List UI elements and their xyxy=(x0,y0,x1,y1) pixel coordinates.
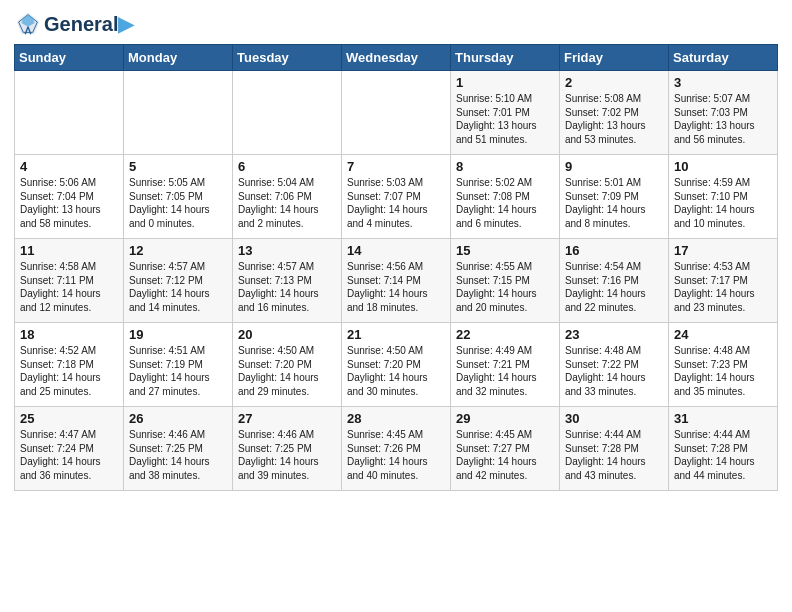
calendar-cell: 20Sunrise: 4:50 AM Sunset: 7:20 PM Dayli… xyxy=(233,323,342,407)
page-container: General▶ SundayMondayTuesdayWednesdayThu… xyxy=(0,0,792,501)
calendar-week-3: 11Sunrise: 4:58 AM Sunset: 7:11 PM Dayli… xyxy=(15,239,778,323)
calendar-cell: 28Sunrise: 4:45 AM Sunset: 7:26 PM Dayli… xyxy=(342,407,451,491)
calendar-cell xyxy=(124,71,233,155)
weekday-header-wednesday: Wednesday xyxy=(342,45,451,71)
calendar-cell: 27Sunrise: 4:46 AM Sunset: 7:25 PM Dayli… xyxy=(233,407,342,491)
calendar-cell: 14Sunrise: 4:56 AM Sunset: 7:14 PM Dayli… xyxy=(342,239,451,323)
calendar-cell: 11Sunrise: 4:58 AM Sunset: 7:11 PM Dayli… xyxy=(15,239,124,323)
cell-content: Sunrise: 4:58 AM Sunset: 7:11 PM Dayligh… xyxy=(20,260,118,314)
cell-content: Sunrise: 4:45 AM Sunset: 7:27 PM Dayligh… xyxy=(456,428,554,482)
calendar-cell: 13Sunrise: 4:57 AM Sunset: 7:13 PM Dayli… xyxy=(233,239,342,323)
calendar-cell: 2Sunrise: 5:08 AM Sunset: 7:02 PM Daylig… xyxy=(560,71,669,155)
day-number: 30 xyxy=(565,411,663,426)
day-number: 25 xyxy=(20,411,118,426)
calendar-cell xyxy=(233,71,342,155)
day-number: 24 xyxy=(674,327,772,342)
calendar-cell: 22Sunrise: 4:49 AM Sunset: 7:21 PM Dayli… xyxy=(451,323,560,407)
cell-content: Sunrise: 5:04 AM Sunset: 7:06 PM Dayligh… xyxy=(238,176,336,230)
cell-content: Sunrise: 4:52 AM Sunset: 7:18 PM Dayligh… xyxy=(20,344,118,398)
calendar-cell: 26Sunrise: 4:46 AM Sunset: 7:25 PM Dayli… xyxy=(124,407,233,491)
cell-content: Sunrise: 4:55 AM Sunset: 7:15 PM Dayligh… xyxy=(456,260,554,314)
logo-icon xyxy=(14,10,42,38)
calendar-table: SundayMondayTuesdayWednesdayThursdayFrid… xyxy=(14,44,778,491)
cell-content: Sunrise: 4:44 AM Sunset: 7:28 PM Dayligh… xyxy=(565,428,663,482)
day-number: 22 xyxy=(456,327,554,342)
cell-content: Sunrise: 5:05 AM Sunset: 7:05 PM Dayligh… xyxy=(129,176,227,230)
day-number: 1 xyxy=(456,75,554,90)
cell-content: Sunrise: 4:46 AM Sunset: 7:25 PM Dayligh… xyxy=(129,428,227,482)
day-number: 26 xyxy=(129,411,227,426)
calendar-cell: 7Sunrise: 5:03 AM Sunset: 7:07 PM Daylig… xyxy=(342,155,451,239)
day-number: 3 xyxy=(674,75,772,90)
calendar-cell: 3Sunrise: 5:07 AM Sunset: 7:03 PM Daylig… xyxy=(669,71,778,155)
cell-content: Sunrise: 4:57 AM Sunset: 7:13 PM Dayligh… xyxy=(238,260,336,314)
calendar-cell: 25Sunrise: 4:47 AM Sunset: 7:24 PM Dayli… xyxy=(15,407,124,491)
cell-content: Sunrise: 4:50 AM Sunset: 7:20 PM Dayligh… xyxy=(347,344,445,398)
weekday-header-tuesday: Tuesday xyxy=(233,45,342,71)
day-number: 4 xyxy=(20,159,118,174)
cell-content: Sunrise: 4:50 AM Sunset: 7:20 PM Dayligh… xyxy=(238,344,336,398)
cell-content: Sunrise: 4:49 AM Sunset: 7:21 PM Dayligh… xyxy=(456,344,554,398)
logo-text: General▶ xyxy=(44,13,133,35)
cell-content: Sunrise: 4:51 AM Sunset: 7:19 PM Dayligh… xyxy=(129,344,227,398)
cell-content: Sunrise: 4:47 AM Sunset: 7:24 PM Dayligh… xyxy=(20,428,118,482)
cell-content: Sunrise: 4:57 AM Sunset: 7:12 PM Dayligh… xyxy=(129,260,227,314)
day-number: 18 xyxy=(20,327,118,342)
calendar-week-1: 1Sunrise: 5:10 AM Sunset: 7:01 PM Daylig… xyxy=(15,71,778,155)
day-number: 16 xyxy=(565,243,663,258)
day-number: 6 xyxy=(238,159,336,174)
day-number: 8 xyxy=(456,159,554,174)
calendar-cell: 6Sunrise: 5:04 AM Sunset: 7:06 PM Daylig… xyxy=(233,155,342,239)
day-number: 29 xyxy=(456,411,554,426)
day-number: 20 xyxy=(238,327,336,342)
calendar-cell: 5Sunrise: 5:05 AM Sunset: 7:05 PM Daylig… xyxy=(124,155,233,239)
calendar-cell: 17Sunrise: 4:53 AM Sunset: 7:17 PM Dayli… xyxy=(669,239,778,323)
day-number: 12 xyxy=(129,243,227,258)
day-number: 28 xyxy=(347,411,445,426)
calendar-week-4: 18Sunrise: 4:52 AM Sunset: 7:18 PM Dayli… xyxy=(15,323,778,407)
calendar-cell: 1Sunrise: 5:10 AM Sunset: 7:01 PM Daylig… xyxy=(451,71,560,155)
day-number: 21 xyxy=(347,327,445,342)
cell-content: Sunrise: 5:02 AM Sunset: 7:08 PM Dayligh… xyxy=(456,176,554,230)
day-number: 10 xyxy=(674,159,772,174)
day-number: 5 xyxy=(129,159,227,174)
day-number: 19 xyxy=(129,327,227,342)
cell-content: Sunrise: 4:48 AM Sunset: 7:23 PM Dayligh… xyxy=(674,344,772,398)
cell-content: Sunrise: 4:44 AM Sunset: 7:28 PM Dayligh… xyxy=(674,428,772,482)
calendar-cell: 10Sunrise: 4:59 AM Sunset: 7:10 PM Dayli… xyxy=(669,155,778,239)
cell-content: Sunrise: 4:48 AM Sunset: 7:22 PM Dayligh… xyxy=(565,344,663,398)
day-number: 14 xyxy=(347,243,445,258)
cell-content: Sunrise: 4:59 AM Sunset: 7:10 PM Dayligh… xyxy=(674,176,772,230)
cell-content: Sunrise: 4:54 AM Sunset: 7:16 PM Dayligh… xyxy=(565,260,663,314)
calendar-cell xyxy=(15,71,124,155)
day-number: 31 xyxy=(674,411,772,426)
header: General▶ xyxy=(14,10,778,38)
calendar-cell: 12Sunrise: 4:57 AM Sunset: 7:12 PM Dayli… xyxy=(124,239,233,323)
weekday-header-saturday: Saturday xyxy=(669,45,778,71)
weekday-header-thursday: Thursday xyxy=(451,45,560,71)
calendar-cell: 21Sunrise: 4:50 AM Sunset: 7:20 PM Dayli… xyxy=(342,323,451,407)
cell-content: Sunrise: 4:53 AM Sunset: 7:17 PM Dayligh… xyxy=(674,260,772,314)
calendar-cell: 4Sunrise: 5:06 AM Sunset: 7:04 PM Daylig… xyxy=(15,155,124,239)
cell-content: Sunrise: 5:08 AM Sunset: 7:02 PM Dayligh… xyxy=(565,92,663,146)
cell-content: Sunrise: 5:10 AM Sunset: 7:01 PM Dayligh… xyxy=(456,92,554,146)
weekday-header-row: SundayMondayTuesdayWednesdayThursdayFrid… xyxy=(15,45,778,71)
cell-content: Sunrise: 5:06 AM Sunset: 7:04 PM Dayligh… xyxy=(20,176,118,230)
calendar-cell: 15Sunrise: 4:55 AM Sunset: 7:15 PM Dayli… xyxy=(451,239,560,323)
day-number: 23 xyxy=(565,327,663,342)
calendar-cell xyxy=(342,71,451,155)
day-number: 17 xyxy=(674,243,772,258)
calendar-cell: 23Sunrise: 4:48 AM Sunset: 7:22 PM Dayli… xyxy=(560,323,669,407)
calendar-cell: 19Sunrise: 4:51 AM Sunset: 7:19 PM Dayli… xyxy=(124,323,233,407)
calendar-cell: 8Sunrise: 5:02 AM Sunset: 7:08 PM Daylig… xyxy=(451,155,560,239)
cell-content: Sunrise: 4:56 AM Sunset: 7:14 PM Dayligh… xyxy=(347,260,445,314)
logo: General▶ xyxy=(14,10,133,38)
calendar-week-2: 4Sunrise: 5:06 AM Sunset: 7:04 PM Daylig… xyxy=(15,155,778,239)
calendar-cell: 24Sunrise: 4:48 AM Sunset: 7:23 PM Dayli… xyxy=(669,323,778,407)
day-number: 13 xyxy=(238,243,336,258)
cell-content: Sunrise: 5:01 AM Sunset: 7:09 PM Dayligh… xyxy=(565,176,663,230)
calendar-cell: 31Sunrise: 4:44 AM Sunset: 7:28 PM Dayli… xyxy=(669,407,778,491)
cell-content: Sunrise: 5:07 AM Sunset: 7:03 PM Dayligh… xyxy=(674,92,772,146)
calendar-cell: 16Sunrise: 4:54 AM Sunset: 7:16 PM Dayli… xyxy=(560,239,669,323)
calendar-cell: 9Sunrise: 5:01 AM Sunset: 7:09 PM Daylig… xyxy=(560,155,669,239)
